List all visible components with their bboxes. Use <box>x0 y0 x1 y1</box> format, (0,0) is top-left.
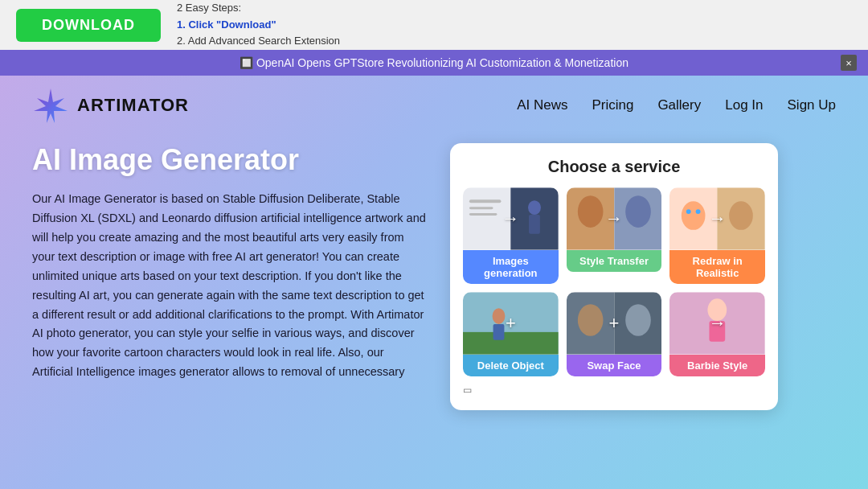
logo-icon <box>32 87 69 124</box>
service-card-style-transfer[interactable]: → Style Transfer <box>567 187 662 284</box>
nav-ai-news[interactable]: AI News <box>517 97 567 113</box>
logo-area: ARTIMATOR <box>32 87 189 124</box>
header: ARTIMATOR AI News Pricing Gallery Log In… <box>0 76 868 135</box>
service-panel: Choose a service → <box>450 143 778 410</box>
logo-text: ARTIMATOR <box>77 95 189 116</box>
svg-point-11 <box>625 195 651 228</box>
service-grid: → Imagesgeneration → Styl <box>463 187 765 376</box>
svg-point-25 <box>625 304 651 336</box>
svg-point-14 <box>682 201 706 230</box>
svg-rect-21 <box>493 324 505 340</box>
notification-text: 🔲 OpenAI Opens GPTStore Revolutionizing … <box>240 56 628 69</box>
service-card-images-generation[interactable]: → Imagesgeneration <box>463 187 559 284</box>
svg-point-20 <box>493 308 506 324</box>
svg-point-15 <box>686 209 691 214</box>
service-card-delete-object[interactable]: + Delete Object <box>463 292 559 376</box>
barbie-style-label: Barbie Style <box>669 355 765 376</box>
download-button[interactable]: DOWNLOAD <box>16 9 161 42</box>
svg-point-17 <box>729 201 753 230</box>
hero-section: AI Image Generator Our AI Image Generato… <box>32 143 426 382</box>
ad-banner: DOWNLOAD 2 Easy Steps: 1. Click "Downloa… <box>0 0 868 50</box>
main-nav: AI News Pricing Gallery Log In Sign Up <box>517 97 836 113</box>
login-button[interactable]: Log In <box>725 97 763 113</box>
signup-button[interactable]: Sign Up <box>788 97 836 113</box>
svg-rect-3 <box>469 199 502 203</box>
service-panel-title: Choose a service <box>463 158 765 176</box>
hero-description: Our AI Image Generator is based on Stabl… <box>32 190 426 382</box>
svg-rect-1 <box>463 187 510 249</box>
nav-gallery[interactable]: Gallery <box>657 97 701 113</box>
scroll-indicator: ▭ <box>463 384 765 396</box>
svg-point-27 <box>708 298 727 321</box>
svg-rect-5 <box>469 213 497 216</box>
style-transfer-label: Style Transfer <box>567 250 662 272</box>
nav-pricing[interactable]: Pricing <box>592 97 633 113</box>
ad-steps: 2 Easy Steps: 1. Click "Download" 2. Add… <box>177 0 340 50</box>
delete-object-label: Delete Object <box>463 355 559 376</box>
notification-close-button[interactable]: × <box>841 55 857 71</box>
svg-rect-28 <box>710 321 726 342</box>
notification-bar: 🔲 OpenAI Opens GPTStore Revolutionizing … <box>0 50 868 76</box>
swap-face-label: Swap Face <box>567 355 662 376</box>
svg-rect-4 <box>469 207 493 209</box>
svg-point-6 <box>528 200 541 215</box>
main-content: AI Image Generator Our AI Image Generato… <box>0 135 868 410</box>
service-card-redraw-realistic[interactable]: → Redraw in Realistic <box>669 187 765 284</box>
svg-point-10 <box>578 195 604 228</box>
svg-rect-7 <box>529 215 540 234</box>
redraw-realistic-label: Redraw in Realistic <box>669 250 765 284</box>
svg-marker-0 <box>34 88 68 123</box>
svg-point-24 <box>578 304 604 336</box>
svg-point-16 <box>696 209 701 214</box>
svg-rect-19 <box>463 332 559 355</box>
images-gen-label: Imagesgeneration <box>463 250 559 284</box>
service-card-barbie-style[interactable]: → Barbie Style <box>669 292 765 376</box>
service-card-swap-face[interactable]: + Swap Face <box>567 292 662 376</box>
hero-title: AI Image Generator <box>32 143 426 177</box>
